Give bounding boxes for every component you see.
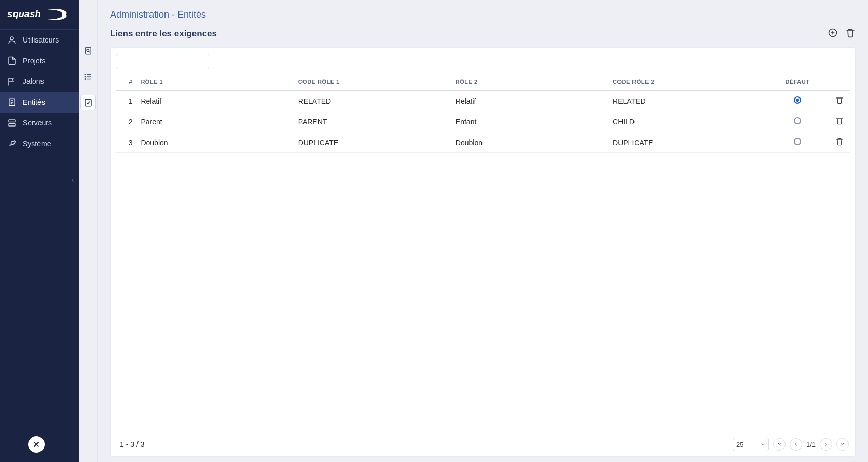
cell-index: 2 <box>116 111 136 132</box>
brand-logo: squash <box>0 0 79 30</box>
subnav-checklist[interactable] <box>81 95 95 110</box>
svg-line-14 <box>89 51 90 52</box>
cell-code-role2: DUPLICATE <box>609 132 766 153</box>
squash-logo-icon: squash <box>6 5 73 24</box>
cell-code-role1: DUPLICATE <box>294 132 451 153</box>
sidebar-item-entities[interactable]: Entités <box>0 92 79 113</box>
col-default[interactable]: DÉFAUT <box>766 74 829 91</box>
breadcrumb: Administration - Entités <box>110 9 856 20</box>
search-doc-icon <box>84 46 93 55</box>
page-size-select[interactable]: 25 <box>733 438 769 451</box>
table-row[interactable]: 1RelatifRELATEDRelatifRELATED <box>116 91 850 111</box>
panel-footer: 1 - 3 / 3 25 1/1 <box>116 435 850 451</box>
cell-role1: Doublon <box>136 132 294 153</box>
search-box[interactable] <box>116 54 209 69</box>
sidebar-item-servers[interactable]: Serveurs <box>0 113 79 133</box>
sidebar: squash Utilisateurs Projets Jalons Entit… <box>0 0 79 462</box>
pager-next[interactable] <box>820 438 832 451</box>
sidebar-item-milestones[interactable]: Jalons <box>0 71 79 92</box>
add-button[interactable] <box>828 27 838 40</box>
wrench-icon <box>7 139 17 148</box>
sidebar-item-projects[interactable]: Projets <box>0 50 79 71</box>
sidebar-item-users[interactable]: Utilisateurs <box>0 30 79 50</box>
sidebar-item-label: Projets <box>23 57 46 65</box>
cell-code-role1: RELATED <box>294 91 451 111</box>
chevron-double-right-icon <box>839 441 846 447</box>
search-input[interactable] <box>120 58 208 66</box>
cell-code-role1: PARENT <box>294 111 451 132</box>
cell-role1: Parent <box>136 111 294 132</box>
svg-point-1 <box>10 37 13 40</box>
cell-index: 3 <box>116 132 136 153</box>
chevron-right-icon <box>823 441 829 447</box>
svg-point-19 <box>85 76 86 77</box>
sidebar-items: Utilisateurs Projets Jalons Entités Serv… <box>0 30 79 436</box>
sidebar-close-button[interactable] <box>28 436 45 453</box>
file-icon <box>7 56 17 65</box>
row-delete-button[interactable] <box>835 137 844 146</box>
subnav-list[interactable] <box>81 69 95 84</box>
svg-rect-6 <box>9 120 15 122</box>
delete-button[interactable] <box>845 27 856 40</box>
pager: 25 1/1 <box>733 438 849 451</box>
trash-icon <box>835 117 844 125</box>
table-row[interactable]: 2ParentPARENTEnfantCHILD <box>116 111 850 132</box>
svg-rect-21 <box>85 99 91 106</box>
pager-first[interactable] <box>773 438 786 451</box>
server-icon <box>7 118 17 128</box>
user-icon <box>7 35 17 45</box>
chevron-double-left-icon <box>776 441 782 447</box>
cell-role2: Relatif <box>451 91 609 111</box>
cell-actions <box>829 111 850 132</box>
chevron-left-icon <box>793 441 799 447</box>
checklist-icon <box>84 98 93 107</box>
sidebar-item-system[interactable]: Système <box>0 133 79 154</box>
cell-index: 1 <box>116 91 136 111</box>
pager-prev[interactable] <box>790 438 802 451</box>
svg-point-13 <box>87 49 89 52</box>
clipboard-icon <box>7 97 17 107</box>
col-role2[interactable]: RÔLE 2 <box>451 74 609 91</box>
svg-rect-7 <box>9 124 15 127</box>
col-code-role1[interactable]: CODE RÔLE 1 <box>294 74 451 91</box>
trash-icon <box>835 96 844 104</box>
cell-default <box>766 132 829 153</box>
chevron-left-icon <box>70 177 76 184</box>
panel: # RÔLE 1 CODE RÔLE 1 RÔLE 2 CODE RÔLE 2 … <box>110 47 856 457</box>
sidebar-item-label: Serveurs <box>23 119 52 127</box>
sidebar-item-label: Entités <box>23 98 45 106</box>
cell-role2: Doublon <box>451 132 609 153</box>
col-role1[interactable]: RÔLE 1 <box>136 74 294 91</box>
chevron-down-icon <box>760 442 765 447</box>
page-size-value: 25 <box>736 441 743 449</box>
sidebar-item-label: Jalons <box>23 77 44 86</box>
subnav-search[interactable] <box>81 44 95 58</box>
cell-code-role2: CHILD <box>609 111 766 132</box>
default-radio[interactable] <box>794 117 801 124</box>
default-radio[interactable] <box>794 138 801 145</box>
plus-circle-icon <box>828 27 838 38</box>
cell-role2: Enfant <box>451 111 609 132</box>
cell-default <box>766 111 829 132</box>
trash-icon <box>835 137 844 146</box>
default-radio[interactable] <box>794 96 801 104</box>
svg-point-20 <box>85 79 86 80</box>
row-delete-button[interactable] <box>835 96 844 104</box>
col-index[interactable]: # <box>116 74 136 91</box>
flag-icon <box>7 77 17 86</box>
svg-point-18 <box>85 74 86 75</box>
cell-default <box>766 91 829 111</box>
list-icon <box>84 72 93 81</box>
close-icon <box>32 440 41 449</box>
subnav <box>79 0 98 462</box>
row-delete-button[interactable] <box>835 117 844 125</box>
svg-text:squash: squash <box>7 8 40 19</box>
sidebar-collapse-button[interactable] <box>70 176 76 186</box>
sidebar-item-label: Utilisateurs <box>23 36 59 44</box>
trash-icon <box>845 27 856 38</box>
pager-last[interactable] <box>836 438 849 451</box>
col-code-role2[interactable]: CODE RÔLE 2 <box>609 74 766 91</box>
range-text: 1 - 3 / 3 <box>120 440 144 449</box>
table-row[interactable]: 3DoublonDUPLICATEDoublonDUPLICATE <box>116 132 850 153</box>
page-indicator: 1/1 <box>806 441 816 449</box>
